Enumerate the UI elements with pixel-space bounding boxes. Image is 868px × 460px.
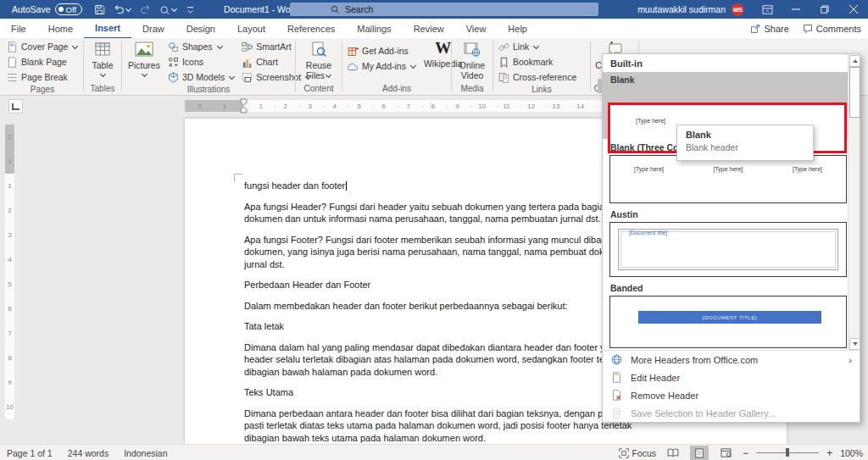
scrollbar-thumb[interactable] (849, 67, 860, 118)
ruler-left-margin[interactable]: 21 (185, 100, 245, 112)
customize-qat-button[interactable] (186, 4, 195, 15)
scroll-down-icon[interactable] (849, 338, 860, 350)
print-layout-button[interactable] (690, 446, 709, 460)
restore-button[interactable] (810, 0, 839, 19)
comments-button[interactable]: Comments (803, 24, 861, 34)
touch-mouse-mode-button[interactable] (159, 4, 177, 15)
ribbon-display-options-button[interactable] (753, 0, 782, 19)
3d-models-button[interactable]: 3D Models (164, 69, 238, 85)
focus-icon (619, 448, 629, 458)
tab-design[interactable]: Design (175, 19, 226, 38)
zoom-slider[interactable] (756, 452, 819, 453)
header-option-three-columns[interactable]: [Type here] [Type here] [Type here] (609, 155, 847, 203)
undo-button[interactable] (114, 4, 131, 15)
tooltip-title: Blank (677, 125, 813, 141)
redo-button (140, 4, 151, 15)
tab-mailings[interactable]: Mailings (346, 19, 402, 38)
online-video-button[interactable]: Online Video (455, 38, 489, 80)
tab-selector[interactable] (8, 99, 23, 114)
close-button[interactable] (839, 0, 868, 19)
focus-button[interactable]: Focus (619, 448, 657, 458)
share-button[interactable]: Share (750, 24, 788, 34)
pictures-button[interactable]: Pictures (124, 38, 164, 78)
globe-icon (611, 354, 622, 365)
table-button[interactable]: Table (87, 38, 117, 78)
autosave-knob (58, 7, 64, 12)
get-addins-button[interactable]: Get Add-ins (344, 43, 420, 58)
word-window: AutoSave Off Document1 - Word (0, 0, 868, 460)
header-gallery-dropdown: Built-in Blank [Type here] Blank (Three … (602, 53, 860, 423)
search-placeholder: Search (345, 4, 373, 14)
tab-references[interactable]: References (276, 19, 346, 38)
group-tables: Table Tables (86, 38, 120, 95)
wikipedia-icon: W (435, 41, 451, 56)
section-austin: Austin (610, 209, 638, 219)
edit-header-icon (611, 372, 622, 383)
share-icon (750, 24, 760, 34)
shapes-button[interactable]: Shapes (164, 39, 238, 54)
bookmark-button[interactable]: Bookmark (495, 54, 580, 69)
group-illustrations: Pictures Shapes Icons 3D Models (124, 38, 293, 95)
search-input[interactable]: Search (290, 3, 598, 16)
tab-home[interactable]: Home (37, 19, 84, 38)
user-name: muutawakkil sudirman (637, 4, 726, 14)
group-pages: Cover Page Blank Page Page Break Pages (3, 38, 81, 95)
cross-reference-button[interactable]: Cross-reference (495, 69, 580, 85)
vertical-ruler[interactable]: 21 12345678910 (5, 125, 14, 444)
read-mode-button[interactable] (664, 446, 682, 460)
autosave-state: Off (66, 5, 77, 14)
menu-edit-header[interactable]: Edit Header (603, 369, 860, 386)
group-content: Reuse Files Content (298, 38, 340, 95)
gallery-scrollbar[interactable] (848, 54, 860, 350)
account-button[interactable]: muutawakkil sudirman MS (637, 3, 744, 16)
submenu-chevron-icon: › (849, 355, 852, 365)
header-option-austin[interactable]: [Document title] (609, 222, 847, 277)
my-addins-button[interactable]: My Add-ins (344, 58, 420, 74)
avatar: MS (732, 3, 744, 16)
remove-header-icon (611, 390, 622, 401)
word-count[interactable]: 244 words (68, 448, 108, 458)
tab-help[interactable]: Help (497, 19, 538, 38)
language-indicator[interactable]: Indonesian (124, 448, 167, 458)
blank-page-button[interactable]: Blank Page (3, 54, 81, 69)
scroll-up-icon[interactable] (849, 55, 860, 67)
zoom-out-button[interactable]: − (743, 447, 748, 459)
group-media: Online Video Media (453, 38, 491, 95)
tab-view[interactable]: View (455, 19, 498, 38)
page-break-button[interactable]: Page Break (3, 69, 81, 85)
tab-draw[interactable]: Draw (131, 19, 175, 38)
text-cursor (346, 181, 347, 191)
zoom-slider-thumb[interactable] (786, 448, 789, 457)
menu-more-headers[interactable]: More Headers from Office.com › (603, 351, 860, 369)
indent-markers[interactable] (240, 98, 248, 114)
cover-page-button[interactable]: Cover Page (3, 39, 81, 54)
tab-insert[interactable]: Insert (84, 19, 131, 39)
ribbon-tab-row: File Home Insert Draw Design Layout Refe… (0, 19, 868, 39)
link-button[interactable]: Link (495, 39, 580, 54)
margin-mark (234, 174, 242, 182)
page-indicator[interactable]: Page 1 of 1 (7, 448, 53, 458)
autosave-label: AutoSave (12, 4, 51, 14)
menu-save-selection: Save Selection to Header Gallery... (603, 404, 860, 422)
header-option-banded[interactable]: [DOCUMENT TITLE] (609, 296, 847, 348)
autosave-toggle[interactable]: AutoSave Off (12, 3, 82, 15)
title-bar: AutoSave Off Document1 - Word (0, 0, 868, 19)
zoom-in-button[interactable]: + (826, 447, 832, 459)
status-bar: Page 1 of 1 244 words Indonesian Focus −… (0, 444, 868, 460)
icons-button[interactable]: Icons (164, 54, 238, 69)
tooltip: Blank Blank header (676, 125, 814, 161)
minimize-button[interactable] (782, 0, 810, 19)
tooltip-description: Blank header (677, 141, 813, 153)
tab-layout[interactable]: Layout (226, 19, 276, 38)
tab-file[interactable]: File (0, 19, 37, 38)
web-layout-button[interactable] (716, 446, 735, 460)
group-addins: Get Add-ins My Add-ins W Wikipedia Add-i… (344, 38, 449, 95)
save-icon[interactable] (94, 4, 105, 15)
menu-remove-header[interactable]: Remove Header (603, 386, 860, 404)
section-banded: Banded (610, 283, 643, 293)
zoom-level[interactable]: 100% (840, 448, 863, 458)
save-gallery-icon (611, 407, 622, 418)
quick-access-toolbar (94, 4, 195, 15)
tab-review[interactable]: Review (403, 19, 455, 38)
search-icon (331, 5, 340, 14)
